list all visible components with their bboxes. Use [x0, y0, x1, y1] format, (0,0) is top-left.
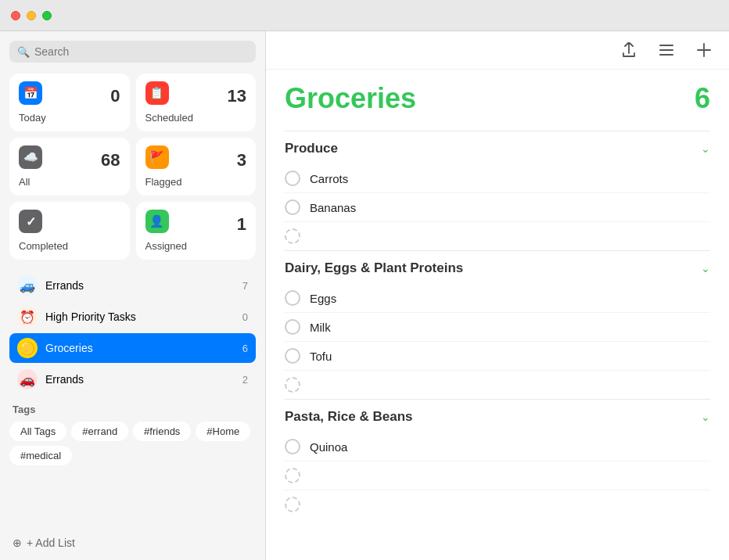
group-dairy: Dairy, Eggs & Plant Proteins ⌄ Eggs Milk…	[285, 250, 710, 399]
search-icon: 🔍	[17, 46, 30, 58]
task-eggs-checkbox[interactable]	[285, 290, 300, 306]
content-area: Groceries 6 Produce ⌄ Carrots Bananas	[266, 31, 729, 560]
errands-icon: 🚙	[17, 275, 38, 296]
errands-label: Errands	[45, 279, 235, 292]
groceries-count: 6	[242, 343, 248, 354]
task-tofu[interactable]: Tofu	[285, 342, 710, 371]
today-icon: 📅	[19, 81, 42, 105]
list-view-button[interactable]	[654, 38, 679, 63]
errands2-label: Errands	[45, 373, 235, 386]
add-task-button[interactable]	[691, 38, 716, 63]
task-quinoa-checkbox[interactable]	[285, 439, 300, 454]
task-dairy-new-checkbox[interactable]	[285, 377, 300, 393]
tag-medical[interactable]: #medical	[9, 446, 72, 465]
svg-rect-0	[659, 45, 673, 46]
titlebar	[0, 0, 729, 31]
task-produce-new-checkbox[interactable]	[285, 228, 300, 244]
add-list-button[interactable]: ⊕ + Add List	[9, 532, 256, 554]
group-pasta: Pasta, Rice & Beans ⌄ Quinoa	[285, 399, 710, 519]
minimize-button[interactable]	[27, 11, 36, 20]
smart-card-today[interactable]: 📅 0 Today	[9, 74, 130, 131]
task-bananas-checkbox[interactable]	[285, 199, 300, 215]
groceries-icon: 🟡	[17, 338, 38, 358]
assigned-count: 1	[237, 216, 246, 233]
task-dairy-new[interactable]	[285, 371, 710, 399]
content-body: Groceries 6 Produce ⌄ Carrots Bananas	[266, 70, 729, 560]
smart-card-assigned[interactable]: 👤 1 Assigned	[136, 202, 257, 260]
list-icon	[659, 44, 673, 56]
task-produce-new[interactable]	[285, 222, 710, 250]
task-eggs[interactable]: Eggs	[285, 284, 710, 313]
task-pasta-new1-checkbox[interactable]	[285, 468, 300, 483]
task-eggs-name: Eggs	[310, 292, 336, 305]
group-dairy-chevron: ⌄	[701, 262, 710, 275]
today-label: Today	[19, 112, 46, 124]
group-produce-title: Produce	[285, 141, 338, 156]
errands2-icon: 🚗	[17, 369, 38, 389]
svg-rect-1	[659, 49, 673, 51]
list-item-high-priority[interactable]: ⏰ High Priority Tasks 0	[9, 302, 256, 332]
group-pasta-title: Pasta, Rice & Beans	[285, 409, 412, 425]
tag-errand[interactable]: #errand	[71, 422, 128, 441]
smart-card-scheduled[interactable]: 📋 13 Scheduled	[136, 74, 257, 131]
add-icon	[697, 43, 711, 57]
errands2-count: 2	[242, 374, 248, 386]
group-dairy-title: Dairy, Eggs & Plant Proteins	[285, 260, 463, 276]
lists-section: 🚙 Errands 7 ⏰ High Priority Tasks 0 🟡 Gr…	[9, 271, 256, 394]
svg-rect-2	[659, 54, 673, 56]
task-milk[interactable]: Milk	[285, 313, 710, 342]
task-tofu-checkbox[interactable]	[285, 348, 300, 364]
list-total-count: 6	[695, 82, 710, 115]
task-carrots-name: Carrots	[310, 172, 348, 185]
all-label: All	[19, 176, 30, 188]
tag-home[interactable]: #Home	[196, 422, 250, 441]
all-count: 68	[101, 152, 120, 169]
task-pasta-new1[interactable]	[285, 461, 710, 490]
group-produce: Produce ⌄ Carrots Bananas	[285, 131, 710, 250]
group-dairy-header[interactable]: Dairy, Eggs & Plant Proteins ⌄	[285, 251, 710, 284]
tag-friends[interactable]: #friends	[133, 422, 191, 441]
assigned-label: Assigned	[145, 240, 187, 252]
close-button[interactable]	[11, 11, 20, 20]
search-input[interactable]	[34, 45, 248, 58]
task-bananas[interactable]: Bananas	[285, 193, 710, 222]
high-priority-icon: ⏰	[17, 307, 38, 327]
task-pasta-new2-checkbox[interactable]	[285, 497, 300, 512]
task-milk-checkbox[interactable]	[285, 319, 300, 335]
add-list-label: + Add List	[27, 537, 75, 549]
maximize-button[interactable]	[42, 11, 52, 20]
scheduled-count: 13	[228, 88, 246, 105]
tags-section: Tags All Tags #errand #friends #Home #me…	[9, 404, 256, 465]
task-quinoa[interactable]: Quinoa	[285, 433, 710, 461]
task-quinoa-name: Quinoa	[310, 440, 347, 454]
list-item-errands[interactable]: 🚙 Errands 7	[9, 271, 256, 300]
search-bar[interactable]: 🔍	[9, 41, 256, 63]
task-pasta-new2[interactable]	[285, 490, 710, 519]
list-title-row: Groceries 6	[285, 82, 710, 115]
content-toolbar	[266, 31, 729, 70]
smart-card-flagged[interactable]: 🚩 3 Flagged	[136, 138, 257, 196]
list-title: Groceries	[285, 82, 416, 115]
share-icon	[622, 42, 636, 58]
task-carrots-checkbox[interactable]	[285, 171, 300, 186]
group-produce-header[interactable]: Produce ⌄	[285, 131, 710, 164]
flagged-icon: 🚩	[145, 145, 169, 169]
tags-grid: All Tags #errand #friends #Home #medical	[9, 422, 256, 465]
add-list-icon: ⊕	[13, 537, 22, 549]
task-carrots[interactable]: Carrots	[285, 164, 710, 193]
smart-card-all[interactable]: ☁️ 68 All	[9, 138, 130, 196]
errands-count: 7	[242, 280, 248, 292]
tag-all[interactable]: All Tags	[9, 422, 66, 441]
smart-lists-grid: 📅 0 Today 📋 13 Scheduled ☁️ 68 All	[9, 74, 256, 260]
all-icon: ☁️	[19, 145, 42, 169]
assigned-icon: 👤	[145, 210, 169, 233]
today-count: 0	[110, 88, 120, 105]
main-layout: 🔍 📅 0 Today 📋 13 Scheduled	[0, 31, 729, 560]
tags-heading: Tags	[9, 404, 256, 415]
group-pasta-header[interactable]: Pasta, Rice & Beans ⌄	[285, 400, 710, 433]
list-item-errands2[interactable]: 🚗 Errands 2	[9, 364, 256, 394]
smart-card-completed[interactable]: ✓ Completed	[9, 202, 130, 260]
share-button[interactable]	[616, 38, 641, 63]
list-item-groceries[interactable]: 🟡 Groceries 6	[9, 333, 256, 363]
groceries-label: Groceries	[45, 342, 235, 354]
